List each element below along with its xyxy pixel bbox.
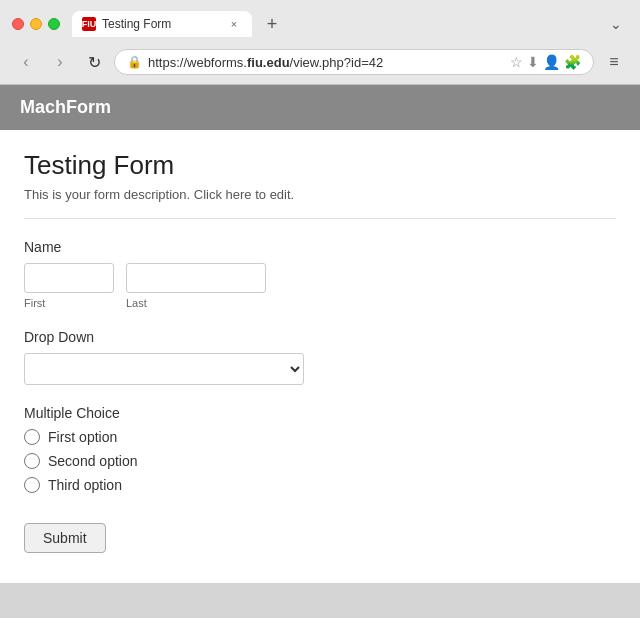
- tab-title: Testing Form: [102, 17, 220, 31]
- radio-option-2[interactable]: Second option: [24, 453, 616, 469]
- radio-input-2[interactable]: [24, 453, 40, 469]
- form-description[interactable]: This is your form description. Click her…: [24, 187, 616, 219]
- refresh-button[interactable]: ↻: [80, 48, 108, 76]
- new-tab-button[interactable]: +: [258, 10, 286, 38]
- minimize-window-button[interactable]: [30, 18, 42, 30]
- extensions-icon[interactable]: 🧩: [564, 54, 581, 70]
- radio-option-1[interactable]: First option: [24, 429, 616, 445]
- dropdown-field: Drop Down Option 1 Option 2 Option 3: [24, 329, 616, 385]
- dropdown-select[interactable]: Option 1 Option 2 Option 3: [24, 353, 304, 385]
- url-suffix: /view.php?id=42: [290, 55, 384, 70]
- tab-favicon: FIU: [82, 17, 96, 31]
- dropdown-label: Drop Down: [24, 329, 616, 345]
- bookmark-icon[interactable]: ☆: [510, 54, 523, 70]
- nav-bar: ‹ › ↻ 🔒 https://webforms.fiu.edu/view.ph…: [0, 44, 640, 84]
- page-footer: [0, 583, 640, 603]
- name-fields: First Last: [24, 263, 616, 309]
- radio-input-1[interactable]: [24, 429, 40, 445]
- pocket-icon[interactable]: ⬇: [527, 54, 539, 70]
- tab-area: FIU Testing Form × +: [72, 10, 596, 38]
- multiple-choice-field: Multiple Choice First option Second opti…: [24, 405, 616, 493]
- browser-menu-button[interactable]: ≡: [600, 48, 628, 76]
- first-name-group: First: [24, 263, 114, 309]
- radio-label-2: Second option: [48, 453, 138, 469]
- name-field: Name First Last: [24, 239, 616, 309]
- tab-menu-button[interactable]: ⌄: [604, 12, 628, 36]
- browser-chrome: FIU Testing Form × + ⌄ ‹ › ↻ 🔒 https://w…: [0, 0, 640, 85]
- radio-option-3[interactable]: Third option: [24, 477, 616, 493]
- first-name-label: First: [24, 297, 114, 309]
- last-name-group: Last: [126, 263, 266, 309]
- back-button[interactable]: ‹: [12, 48, 40, 76]
- first-name-input[interactable]: [24, 263, 114, 293]
- url-prefix: https://webforms.: [148, 55, 247, 70]
- form-container: Testing Form This is your form descripti…: [0, 130, 640, 583]
- active-tab[interactable]: FIU Testing Form ×: [72, 11, 252, 37]
- maximize-window-button[interactable]: [48, 18, 60, 30]
- address-right-icons: ☆ ⬇ 👤 🧩: [510, 54, 581, 70]
- address-bar[interactable]: 🔒 https://webforms.fiu.edu/view.php?id=4…: [114, 49, 594, 75]
- lock-icon: 🔒: [127, 55, 142, 69]
- last-name-label: Last: [126, 297, 266, 309]
- radio-group: First option Second option Third option: [24, 429, 616, 493]
- close-window-button[interactable]: [12, 18, 24, 30]
- account-icon[interactable]: 👤: [543, 54, 560, 70]
- url-text: https://webforms.fiu.edu/view.php?id=42: [148, 55, 504, 70]
- name-label: Name: [24, 239, 616, 255]
- submit-button[interactable]: Submit: [24, 523, 106, 553]
- machform-header: MachForm: [0, 85, 640, 130]
- last-name-input[interactable]: [126, 263, 266, 293]
- radio-label-3: Third option: [48, 477, 122, 493]
- title-bar: FIU Testing Form × + ⌄: [0, 0, 640, 44]
- machform-logo: MachForm: [20, 97, 111, 117]
- tab-close-button[interactable]: ×: [226, 16, 242, 32]
- form-title: Testing Form: [24, 150, 616, 181]
- traffic-lights: [12, 18, 60, 30]
- radio-input-3[interactable]: [24, 477, 40, 493]
- radio-label-1: First option: [48, 429, 117, 445]
- forward-button[interactable]: ›: [46, 48, 74, 76]
- multiple-choice-label: Multiple Choice: [24, 405, 616, 421]
- url-domain: fiu.edu: [247, 55, 290, 70]
